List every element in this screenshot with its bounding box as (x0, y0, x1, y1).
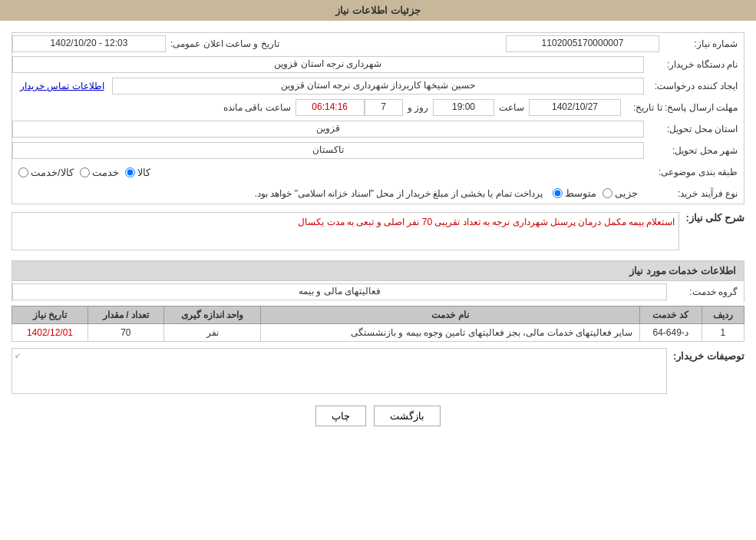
shahr-value: تاکستان (12, 142, 644, 159)
mohlat-baqi-value: 06:14:16 (295, 99, 365, 116)
grohe-khadamat-label: گروه خدمت: (667, 284, 744, 300)
tabaqe-option-khadamat[interactable]: خدمت (80, 167, 119, 178)
sharh-value: استعلام بیمه مکمل درمان پرسنل شهرداری نر… (12, 212, 679, 250)
tabaqe-bandi-options: کالا خدمت کالا/خدمت (12, 164, 644, 181)
noe-farayand-note: پرداخت تمام یا بخشی از مبلغ خریدار از مح… (12, 186, 546, 201)
ostan-label: استان محل تحویل: (644, 121, 744, 137)
cell-kod: د-649-64 (639, 324, 702, 342)
nam-dastgah-label: نام دستگاه خریدار: (644, 57, 744, 72)
nam-dastgah-value: شهرداری نرجه استان قزوین (12, 56, 644, 73)
grohe-khadamat-value: فعالیتهای مالی و بیمه (12, 283, 667, 300)
mohlat-saat-label: ساعت (494, 100, 529, 115)
mohlat-ersal-label: مهلت ارسال پاسخ: تا تاریخ: (621, 100, 744, 115)
cell-tarikh: 1402/12/01 (12, 324, 88, 342)
bottom-buttons: بازگشت چاپ (12, 394, 744, 434)
tabaqe-bandi-label: طبقه بندی موضوعی: (644, 164, 744, 180)
toseif-khridar-label: توصیفات خریدار: (673, 348, 744, 362)
shomare-niaz-label: شماره نیاز: (659, 36, 744, 51)
col-radif: ردیف (702, 306, 744, 324)
shahr-label: شهر محل تحویل: (644, 143, 744, 158)
col-vahed: واحد اندازه گیری (163, 306, 261, 324)
toseif-khridar-value: ↙ (12, 348, 667, 394)
cell-radif: 1 (702, 324, 744, 342)
page-header: جزئیات اطلاعات نیاز (0, 0, 756, 21)
khadamat-table: ردیف کد خدمت نام خدمت واحد اندازه گیری ت… (12, 306, 744, 342)
col-kod: کد خدمت (639, 306, 702, 324)
mohlat-baqi-label: ساعت باقی مانده (219, 100, 295, 115)
farayand-option-jozee[interactable]: جزیی (602, 187, 638, 199)
table-row: 1 د-649-64 سایر فعالیتهای خدمات مالی، بج… (12, 324, 744, 342)
col-nam: نام خدمت (261, 306, 639, 324)
mohlat-saat-value: 19:00 (433, 99, 494, 116)
print-button[interactable]: چاپ (315, 406, 366, 426)
noe-farayand-label: نوع فرآیند خرید: (644, 186, 744, 201)
mohlat-rooz-value: 7 (365, 99, 403, 116)
sharh-label: شرح کلی نیاز: (685, 208, 744, 224)
tarikh-aelan-label: تاریخ و ساعت اعلان عمومی: (166, 36, 284, 51)
mohlat-rooz-label: روز و (403, 100, 433, 115)
ettelaat-tamas-link[interactable]: اطلاعات تماس خریدار (12, 81, 112, 91)
cell-tedad: 70 (87, 324, 163, 342)
tabaqe-option-kala[interactable]: کالا (125, 167, 150, 178)
cell-nam: سایر فعالیتهای خدمات مالی، بجز فعالیتهای… (261, 324, 639, 342)
tarikh-aelan-value: 1402/10/20 - 12:03 (12, 35, 166, 52)
khadamat-section-title: اطلاعات خدمات مورد نیاز (12, 260, 744, 280)
header-title: جزئیات اطلاعات نیاز (335, 5, 420, 16)
farayand-option-mottaset[interactable]: متوسط (553, 187, 596, 199)
mohlat-date-value: 1402/10/27 (529, 99, 621, 116)
ostan-value: قزوین (12, 121, 644, 137)
tabaqe-option-kala-khadamat[interactable]: کالا/خدمت (18, 167, 74, 178)
eijad-konande-value: حسین شیخها کاربرداز شهرداری نرجه استان ق… (112, 78, 644, 94)
shomare-niaz-value: 1102005170000007 (506, 35, 659, 52)
back-button[interactable]: بازگشت (374, 406, 441, 426)
eijad-konande-label: ایجاد کننده درخواست: (644, 78, 744, 94)
col-tedad: تعداد / مقدار (87, 306, 163, 324)
cell-vahed: نفر (163, 324, 261, 342)
col-tarikh: تاریخ نیاز (12, 306, 88, 324)
